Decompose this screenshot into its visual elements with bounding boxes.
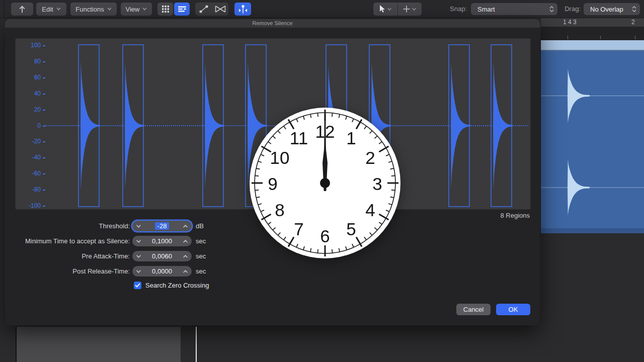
- dialog-title: Remove Silence: [5, 19, 540, 28]
- waveform-transient: [205, 63, 224, 188]
- threshold-stepper[interactable]: -28: [132, 221, 192, 231]
- field-unit-pre-attack-time: sec: [196, 251, 206, 261]
- updown-chevron-icon: [632, 6, 636, 14]
- waveform-transient: [493, 62, 513, 190]
- ok-button[interactable]: OK: [496, 304, 530, 315]
- menu-edit-label: Edit: [42, 6, 53, 13]
- region-header: [541, 40, 644, 50]
- pre-attack-time-stepper[interactable]: 0,0060: [132, 251, 192, 261]
- stepper-decrement[interactable]: [136, 224, 141, 228]
- chevron-down-icon: [412, 8, 416, 11]
- field-label-min-silence-time: Minimum Time to accept as Silence:: [5, 236, 130, 246]
- waveform-transient: [451, 63, 470, 189]
- chevron-down-icon: [142, 8, 147, 11]
- clock-number-9: 9: [268, 174, 277, 194]
- playhead-line: [196, 327, 197, 362]
- region-header-edge: [541, 50, 644, 51]
- post-release-time-stepper[interactable]: 0,0000: [132, 266, 192, 277]
- up-arrow-icon: [17, 5, 27, 14]
- field-label-threshold: Threshold:: [5, 221, 130, 231]
- stepper-increment[interactable]: [183, 239, 188, 243]
- clock-center-dot: [320, 178, 330, 188]
- search-zero-crossing-checkbox[interactable]: [134, 282, 141, 289]
- crossfade-icon: [214, 3, 227, 15]
- track-centerline: [541, 188, 644, 188]
- panel-divider: [16, 327, 17, 362]
- menu-view[interactable]: View: [121, 3, 152, 16]
- playhead-position-display: 1 4 3: [563, 19, 577, 26]
- clock-number-1: 1: [346, 128, 356, 148]
- crossfade-button[interactable]: [212, 3, 228, 16]
- clock-number-11: 11: [290, 128, 308, 148]
- search-zero-crossing-label: Search Zero Crossing: [145, 282, 209, 289]
- secondary-tool-button[interactable]: [397, 3, 422, 16]
- automation-nodes-icon: [197, 3, 210, 15]
- drag-select[interactable]: No Overlap: [584, 3, 640, 15]
- stepper-increment[interactable]: [183, 269, 188, 274]
- bar-ruler[interactable]: 1 4 3 2: [541, 18, 644, 27]
- stepper-value: 0,0000: [141, 267, 183, 275]
- tool-selector-group: [373, 3, 422, 16]
- audio-region-background[interactable]: [541, 40, 644, 233]
- region-bottom-edge: [541, 228, 644, 233]
- track-centerline: [541, 96, 644, 96]
- clock-number-3: 3: [372, 174, 382, 194]
- analog-clock: 123456789101112: [246, 104, 404, 262]
- cancel-button[interactable]: Cancel: [456, 304, 491, 315]
- min-silence-time-stepper[interactable]: 0,1000: [132, 236, 192, 246]
- grid-icon: [162, 5, 170, 13]
- crosshair-tool-icon: [403, 6, 410, 13]
- regions-count: 8 Regions: [500, 212, 530, 219]
- clock-number-4: 4: [365, 200, 375, 220]
- chevron-down-icon: [387, 8, 391, 11]
- field-label-pre-attack-time: Pre Attack-Time:: [5, 251, 130, 261]
- clock-overlay: 123456789101112: [246, 104, 404, 262]
- event-list-icon: [178, 6, 187, 13]
- minute-tick: [332, 249, 333, 253]
- menu-edit[interactable]: Edit: [36, 3, 66, 16]
- logic-pro-window: Edit Functions View: [0, 0, 644, 362]
- stepper-value: 0,0060: [141, 252, 183, 260]
- clock-number-8: 8: [275, 200, 284, 220]
- drag-label: Drag:: [559, 0, 581, 18]
- clock-number-7: 7: [294, 219, 303, 239]
- stepper-increment[interactable]: [183, 254, 188, 258]
- pointer-tool-button[interactable]: [373, 3, 397, 16]
- ruler-tick-strip[interactable]: [541, 27, 644, 40]
- chevron-down-icon: [56, 8, 61, 11]
- field-label-post-release-time: Post Release-Time:: [5, 266, 130, 277]
- selected-value: -28: [155, 222, 170, 230]
- track-header-panel: [17, 327, 181, 362]
- bar-number: 2: [631, 19, 635, 26]
- field-unit-threshold: dB: [196, 221, 204, 231]
- minute-tick: [332, 113, 333, 117]
- stepper-decrement[interactable]: [136, 269, 141, 274]
- split-marker-icon: [235, 3, 251, 15]
- window-edge-divider: [4, 0, 5, 18]
- list-view-button[interactable]: [174, 3, 190, 16]
- field-row-post-release-time: Post Release-Time:0,0000sec: [5, 266, 540, 277]
- waveform-transient: [80, 61, 100, 190]
- automation-curve-button[interactable]: [195, 3, 212, 16]
- stepper-decrement[interactable]: [136, 239, 141, 243]
- grid-view-button[interactable]: [157, 3, 173, 16]
- ruler-tick: [600, 36, 601, 39]
- stepper-decrement[interactable]: [136, 254, 141, 258]
- snap-value: Smart: [477, 6, 495, 13]
- ruler-tick: [635, 36, 635, 39]
- stepper-increment[interactable]: [183, 224, 188, 228]
- menu-functions[interactable]: Functions: [70, 3, 117, 16]
- checkmark-icon: [135, 283, 140, 288]
- minute-tick: [255, 175, 259, 176]
- region-body: [541, 51, 644, 234]
- snap-select[interactable]: Smart: [471, 3, 557, 15]
- pointer-cursor-icon: [379, 5, 385, 13]
- clock-number-10: 10: [270, 148, 289, 167]
- minute-tick: [391, 175, 395, 176]
- chevron-down-icon: [107, 8, 112, 11]
- stepper-value: 0,1000: [141, 237, 183, 245]
- search-zero-crossing-row: Search Zero Crossing: [134, 281, 209, 289]
- back-button[interactable]: [11, 3, 33, 16]
- split-at-playhead-button[interactable]: [234, 3, 251, 16]
- snap-label: Snap:: [434, 0, 467, 18]
